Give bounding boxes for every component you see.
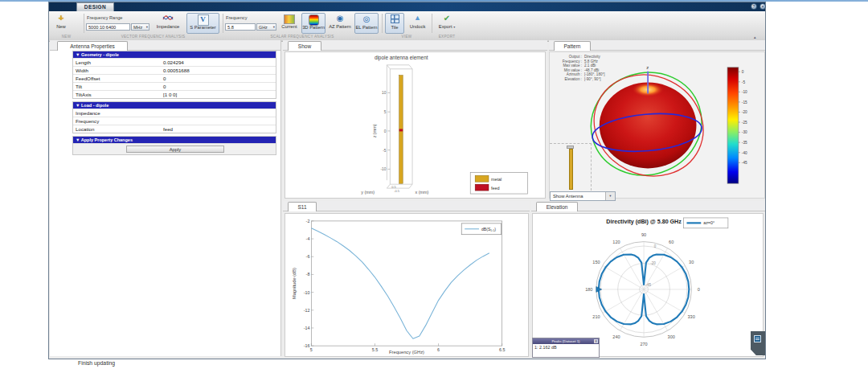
property-row: TiltAxis[1 0 0]	[73, 90, 276, 98]
dipole-feed	[399, 129, 403, 131]
z-axis-ticks: 1050-5-10	[381, 91, 391, 171]
s-parameter-icon: V	[187, 14, 219, 25]
close-icon[interactable]: X	[594, 339, 598, 343]
undock-button[interactable]: ▲ Undock	[407, 13, 428, 34]
show-antenna-dropdown[interactable]: Show Antenna ▾	[550, 191, 616, 201]
pattern-el-label: EL Pattern	[355, 25, 378, 31]
tab-design[interactable]: DESIGN	[76, 2, 114, 11]
tab-show[interactable]: Show	[288, 41, 321, 51]
tab-pattern[interactable]: Pattern	[554, 41, 591, 51]
property-label: TiltAxis	[73, 91, 163, 98]
frequency-input[interactable]: 5.8	[225, 23, 256, 31]
section-label-new: NEW	[49, 35, 84, 39]
pattern-az-button[interactable]: ◉ AZ Pattern	[328, 13, 352, 34]
title-bar: DESIGN ? ×	[49, 2, 765, 11]
property-section-header[interactable]: ▼ Apply Property Changes	[73, 137, 276, 143]
docked-figure-icon	[754, 335, 761, 342]
collapse-ribbon-icon[interactable]: ▲	[753, 35, 756, 39]
property-value[interactable]: 0.00051688	[163, 67, 276, 74]
current-icon	[279, 13, 300, 24]
property-value[interactable]: 0	[163, 75, 276, 82]
property-label: Width	[73, 67, 163, 74]
section-label-scalar: SCALAR FREQUENCY ANALYSIS	[223, 35, 382, 39]
y-tick-label: -8	[306, 272, 310, 277]
tab-s11[interactable]: S11	[288, 202, 317, 211]
figure-pull-tab[interactable]	[751, 331, 765, 355]
tile-label: Tile	[386, 25, 403, 31]
export-check-icon: ✔	[436, 13, 458, 24]
property-section-header[interactable]: ▼ Geometry - dipole	[73, 51, 276, 58]
polar-angle-label: 300	[668, 334, 675, 339]
svg-text:-20: -20	[742, 110, 747, 114]
polar-angle-label: 90	[641, 232, 646, 237]
property-label: FeedOffset	[73, 75, 163, 82]
pattern-info-block: Output :DirectivityFrequency :5.8 GHzMax…	[553, 55, 605, 82]
window-close-button[interactable]: ×	[760, 3, 766, 10]
tab-elevation[interactable]: Elevation	[536, 202, 578, 211]
chevron-down-icon: ▾	[453, 25, 455, 29]
property-value[interactable]	[163, 117, 276, 125]
s-parameter-toggle[interactable]: V S Parameter	[186, 13, 219, 34]
frequency-unit-value: GHz	[259, 25, 268, 30]
pattern-3d-toggle[interactable]: 3D Pattern	[301, 13, 326, 34]
property-section: ▼ Geometry - dipoleLength0.024294Width0.…	[72, 51, 276, 99]
frequency-unit-dropdown[interactable]: GHz▾	[256, 23, 276, 31]
impedance-button[interactable]: Impedance	[152, 13, 184, 34]
chevron-down-icon: ▾	[605, 192, 615, 200]
y-tick-label: -6	[306, 254, 310, 259]
window-help-button[interactable]: ?	[751, 3, 757, 10]
frequency-range-unit-dropdown[interactable]: MHz▾	[131, 23, 149, 31]
export-button[interactable]: ✔ Export ▾	[436, 13, 458, 34]
current-button-label: Current	[279, 24, 300, 30]
property-value[interactable]: [1 0 0]	[163, 91, 276, 98]
tile-grid-icon	[386, 14, 403, 25]
pattern-3d-icon	[302, 14, 325, 25]
svg-text:-30: -30	[742, 130, 747, 134]
property-label: Impedance	[73, 109, 163, 117]
pattern-tabstrip: Pattern	[549, 40, 765, 51]
s11-legend: dB(S₁,₁)	[461, 223, 501, 235]
polar-title: Directivity (dBi) @ 5.80 GHz	[606, 219, 682, 225]
s11-tabstrip: S11	[283, 201, 530, 211]
tab-antenna-properties[interactable]: Antenna Properties	[57, 41, 128, 51]
property-row: Frequency	[73, 117, 276, 125]
s-parameter-label: S Parameter	[187, 25, 219, 31]
elevation-legend-label: az=0°	[703, 220, 714, 225]
property-value[interactable]: 0	[163, 83, 276, 90]
apply-button[interactable]: Apply	[126, 146, 224, 153]
property-section-header[interactable]: ▼ Load - dipole	[73, 102, 276, 109]
z-axis-label: z (mm)	[372, 124, 377, 137]
svg-text:-15: -15	[742, 100, 747, 105]
plot-area	[311, 221, 502, 346]
svg-text:-45: -45	[742, 161, 747, 165]
status-text: Finish updating	[78, 360, 115, 366]
polar-angle-label: 210	[592, 314, 600, 319]
x-tick-label: 5	[310, 347, 313, 352]
property-row: Impedance	[73, 109, 276, 117]
new-button[interactable]: + New	[51, 13, 71, 34]
pattern-info-row: Elevation :[-90°, 90°]	[553, 77, 605, 82]
show-tabstrip: Show	[283, 40, 547, 51]
ribbon-separator	[382, 14, 383, 33]
property-value[interactable]: feed	[163, 125, 276, 133]
export-label-wrap: Export ▾	[436, 24, 458, 30]
peaks-title-bar[interactable]: Peaks (Dataset 1)X	[533, 338, 599, 344]
property-value[interactable]: 0.024294	[163, 59, 276, 66]
apply-row: Apply	[73, 143, 276, 154]
pattern-el-toggle[interactable]: ◎ EL Pattern	[354, 13, 379, 34]
frequency-range-input[interactable]: 5000:10:6400	[86, 23, 130, 31]
property-label: Frequency	[73, 117, 163, 125]
property-section: ▼ Apply Property ChangesApply	[72, 136, 276, 155]
legend-metal-label: metal	[491, 177, 502, 182]
new-button-label: New	[51, 24, 71, 30]
polar-angle-label: 0	[698, 287, 700, 292]
y-tick-label: -4	[306, 236, 310, 241]
section-label-vector: VECTOR FREQUENCY ANALYSIS	[84, 35, 223, 39]
section-label-view: VIEW	[382, 35, 432, 39]
polar-angle-label: 60	[669, 240, 674, 244]
current-button[interactable]: Current	[279, 13, 300, 34]
polar-ring-label: -45	[646, 283, 652, 287]
elevation-legend: az=0°	[683, 218, 727, 228]
property-value[interactable]	[163, 109, 276, 117]
tile-toggle[interactable]: Tile	[385, 13, 404, 34]
